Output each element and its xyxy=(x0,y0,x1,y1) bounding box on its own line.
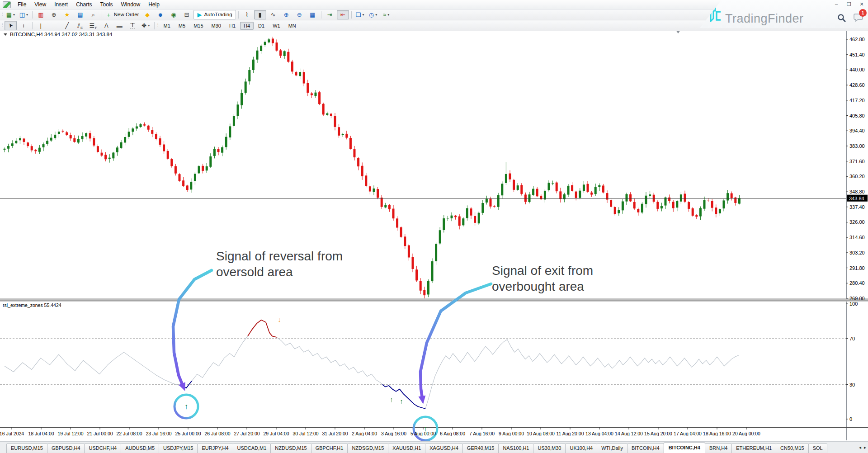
cursor-button[interactable]: ➤ xyxy=(5,21,17,30)
profiles-button[interactable]: ◫▾ xyxy=(18,10,30,19)
tab-xagusd-h4[interactable]: XAGUSD,H4 xyxy=(425,444,463,453)
timeframe-h4[interactable]: H4 xyxy=(240,22,254,30)
toolbar-grip[interactable]: ⁞ xyxy=(2,12,2,17)
menu-file[interactable]: File xyxy=(14,0,30,9)
autotrading-button[interactable]: ▶AutoTrading xyxy=(193,10,236,19)
tab-eurjpy-h4[interactable]: EURJPY,H4 xyxy=(197,444,233,453)
tile-windows-button[interactable]: ▦ xyxy=(307,10,319,19)
tab-gbpchf-h1[interactable]: GBPCHF,H1 xyxy=(311,444,348,453)
dropdown-caret-icon[interactable]: ▾ xyxy=(375,13,377,17)
chart-window[interactable]: 462.80451.40440.00428.60417.20405.80394.… xyxy=(0,28,868,441)
line-chart-button[interactable]: ∿ xyxy=(267,10,279,19)
trendline-button[interactable]: ╱ xyxy=(61,21,73,30)
timeframe-d1[interactable]: D1 xyxy=(255,22,268,30)
tab-usdchf-h4[interactable]: USDCHF,H4 xyxy=(84,444,121,453)
templates-button[interactable]: ❏▾ xyxy=(354,10,366,19)
tab-eurusd-m15[interactable]: EURUSD,M15 xyxy=(6,444,47,453)
search-icon[interactable] xyxy=(837,14,846,23)
experts-button[interactable]: ☻ xyxy=(154,10,166,19)
tab-usdjpy-m15[interactable]: USDJPY,M15 xyxy=(159,444,198,453)
tab-audusd-m5[interactable]: AUDUSD,M5 xyxy=(121,444,159,453)
zoom-in-button[interactable]: ⊕ xyxy=(280,10,292,19)
restore-button[interactable]: ❐ xyxy=(845,1,853,7)
metaeditor-button[interactable]: ◆ xyxy=(141,10,153,19)
arrows-button[interactable]: ✥▾ xyxy=(140,21,152,30)
market-watch-button[interactable]: ▥ xyxy=(35,10,47,19)
tab-wti-daily[interactable]: WTI,Daily xyxy=(597,444,627,453)
text-button[interactable]: A xyxy=(100,21,113,30)
close-button[interactable]: ✕ xyxy=(858,1,865,7)
timeframe-h1[interactable]: H1 xyxy=(226,22,239,30)
candlestick-button[interactable]: ▮ xyxy=(254,10,266,19)
timeframe-m15[interactable]: M15 xyxy=(190,22,207,30)
chat-icon[interactable]: 1 xyxy=(854,13,863,24)
candle-body xyxy=(481,203,484,213)
tab-bitcoin-h4[interactable]: BITCOIN,H4 xyxy=(627,444,664,453)
terminal-button[interactable]: ▤ xyxy=(74,10,86,19)
toolbar-grip[interactable]: ⁞ xyxy=(157,23,158,28)
new-order-button[interactable]: ＋New Order xyxy=(104,10,141,19)
toolbar-grip[interactable]: ⁞ xyxy=(2,23,2,28)
shapes-button[interactable]: ▬ xyxy=(113,21,126,30)
horizontal-line-button[interactable]: — xyxy=(48,21,60,30)
zoom-out-button[interactable]: ⊖ xyxy=(293,10,306,19)
dropdown-caret-icon[interactable]: ▾ xyxy=(148,24,150,28)
minimize-button[interactable]: – xyxy=(833,1,840,7)
tab-xauusd-h1[interactable]: XAUUSD,H1 xyxy=(388,444,425,453)
period-button[interactable]: ◷▾ xyxy=(367,10,379,19)
menu-tools[interactable]: Tools xyxy=(96,0,117,9)
tab-us30-m30[interactable]: US30,M30 xyxy=(533,444,566,453)
vertical-line-button[interactable]: | xyxy=(35,21,47,30)
tab-scroll-right[interactable]: ▸ xyxy=(864,445,866,450)
menu-view[interactable]: View xyxy=(30,0,50,9)
timeframe-m5[interactable]: M5 xyxy=(175,22,189,30)
auto-scroll-button[interactable]: ⇥ xyxy=(324,10,336,19)
rsi-axis-label: 0 xyxy=(849,416,852,422)
strategy-tester-button[interactable]: ⌕ xyxy=(87,10,99,19)
tab-ethereum-h1[interactable]: ETHEREUM,H1 xyxy=(731,444,776,453)
dropdown-caret-icon[interactable]: ▾ xyxy=(13,13,15,17)
print-button[interactable]: ⊟ xyxy=(180,10,193,19)
navigator-button[interactable]: ⊕ xyxy=(48,10,60,19)
tab-nas100-h1[interactable]: NAS100,H1 xyxy=(498,444,533,453)
chart-canvas[interactable]: 462.80451.40440.00428.60417.20405.80394.… xyxy=(0,28,868,441)
dropdown-caret-icon[interactable]: ▾ xyxy=(26,13,28,17)
indicators-button[interactable]: ≈▾ xyxy=(380,10,392,19)
toolbar-separator xyxy=(321,11,321,19)
tab-usdcad-m1[interactable]: USDCAD,M1 xyxy=(233,444,271,453)
tab-scroll-left[interactable]: ◂ xyxy=(859,445,861,450)
channel-button[interactable]: ⫽E xyxy=(74,21,86,30)
tab-nzdusd-m15[interactable]: NZDUSD,M15 xyxy=(270,444,311,453)
crosshair-button[interactable]: ＋ xyxy=(18,21,30,30)
signals-button[interactable]: ◉ xyxy=(167,10,179,19)
tab-brn-h4[interactable]: BRN,H4 xyxy=(705,444,732,453)
timeframe-m30[interactable]: M30 xyxy=(208,22,225,30)
tab-ger40-m15[interactable]: GER40,M15 xyxy=(462,444,499,453)
candle-body xyxy=(66,132,68,135)
timeframe-mn[interactable]: MN xyxy=(285,22,300,30)
bar-chart-button[interactable]: ⌇ xyxy=(241,10,253,19)
menu-help[interactable]: Help xyxy=(144,0,164,9)
dropdown-caret-icon[interactable]: ▾ xyxy=(362,13,364,17)
timeframe-w1[interactable]: W1 xyxy=(269,22,284,30)
tab-sol[interactable]: SOL xyxy=(808,444,827,453)
cursor-icon: ➤ xyxy=(7,22,14,29)
chart-shift-button[interactable]: ⇤ xyxy=(337,10,349,19)
tab-nzdsgd-m15[interactable]: NZDSGD,M15 xyxy=(347,444,388,453)
favorites-button[interactable]: ★ xyxy=(61,10,73,19)
tab-bitcoinc-h4[interactable]: BITCOINC,H4 xyxy=(664,443,705,453)
menu-charts[interactable]: Charts xyxy=(72,0,96,9)
label-button[interactable]: T xyxy=(127,21,139,30)
tab-uk100-h4[interactable]: UK100,H4 xyxy=(565,444,597,453)
tab-gbpusd-h4[interactable]: GBPUSD,H4 xyxy=(47,444,85,453)
timeframe-m1[interactable]: M1 xyxy=(160,22,174,30)
candle-body xyxy=(108,158,111,159)
dropdown-caret-icon[interactable]: ▾ xyxy=(387,13,389,17)
candle-body xyxy=(587,184,589,192)
tab-cn50-m15[interactable]: CN50,M15 xyxy=(776,444,809,453)
menu-insert[interactable]: Insert xyxy=(50,0,72,9)
menu-window[interactable]: Window xyxy=(117,0,145,9)
candle-body xyxy=(369,186,371,191)
new-chart-button[interactable]: ▦▾ xyxy=(5,10,17,19)
fibonacci-button[interactable]: ☰F xyxy=(87,21,99,30)
